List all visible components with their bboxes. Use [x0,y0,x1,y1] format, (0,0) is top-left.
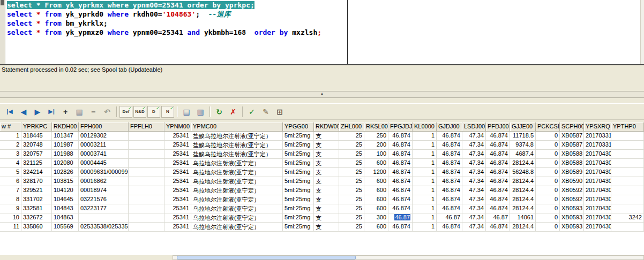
cell-YPSXRQ[interactable]: 20170430 [584,186,611,195]
cell-YPSXRQ[interactable]: 20170430 [584,159,611,168]
cell-GJJE00[interactable]: 11718.5 [510,132,536,141]
column-header-GJJE00[interactable]: GJJE00 [510,123,536,132]
revert-record-button[interactable]: ↶ [101,105,114,118]
cell-YPSXRQ[interactable]: 20170430 [584,223,611,232]
cell-ZHL000[interactable]: 25 [339,141,364,150]
editor-vertical-scrollbar[interactable] [640,0,644,64]
cell-YPRKPC[interactable]: 321125 [21,159,52,168]
column-header-rownum[interactable]: w # [0,123,21,132]
cell-RKDH00[interactable]: 104863 [52,213,79,223]
cell-FPGJDJ[interactable]: 46.874 [388,223,413,232]
cell-FPFLH0[interactable] [129,195,164,204]
cell-FPFLH0[interactable] [129,159,164,168]
cell-YPNM00[interactable]: 25341 [164,223,191,232]
cell-PCKCSL[interactable]: 0 [536,204,560,213]
cell-KL0000[interactable]: 1 [413,150,437,159]
cell-YPTHP0[interactable] [611,168,644,177]
cell-PFDJ00[interactable]: 46.874 [486,195,510,204]
cell-KL0000[interactable]: 1 [413,168,437,177]
cell-FPH000[interactable]: 00016862 [79,177,129,186]
cell-YPSXRQ[interactable]: 20170430 [584,168,611,177]
cell-rownum[interactable]: 11 [0,223,21,232]
column-header-FPH000[interactable]: FPH000 [79,123,129,132]
cell-RKDW00[interactable]: 支 [314,204,339,213]
cell-FPH000[interactable]: 00009631/00009914 [79,168,129,177]
cell-YPTHP0[interactable] [611,141,644,150]
cell-LSDJ00[interactable]: 47.34 [462,186,486,195]
cell-FPH000[interactable]: 00003741 [79,150,129,159]
cell-PCKCSL[interactable]: 0 [536,168,560,177]
cell-RKDH00[interactable]: 104843 [52,204,79,213]
cell-PFDJ00[interactable]: 46.874 [486,150,510,159]
cell-GJDJ00[interactable]: 46.874 [437,177,462,186]
cell-YPRKPC[interactable]: 329521 [21,186,52,195]
cell-FPGJDJ[interactable]: 46.874 [388,186,413,195]
cell-RKDW00[interactable]: 支 [314,186,339,195]
prior-record-button[interactable]: ◀ [17,105,30,118]
cell-YPNM00[interactable]: 25341 [164,204,191,213]
cell-KL0000[interactable]: 1 [413,132,437,141]
cell-YPSXRQ[interactable]: 20170331 [584,132,611,141]
sql-line[interactable]: select * from yk_yprkd0 where rkdh00='10… [7,10,321,19]
cell-YPNM00[interactable]: 25341 [164,168,191,177]
cell-YPRKPC[interactable]: 324214 [21,168,52,177]
first-record-button[interactable]: |◀ [3,105,16,118]
cell-FPFLH0[interactable] [129,141,164,150]
cell-YPGG00[interactable]: 5ml:25mg [283,177,314,186]
cell-FPGJDJ[interactable]: 46.874 [388,195,413,204]
populate-default-single-button[interactable]: D✓ [147,106,160,118]
cell-RKSL00[interactable]: 250 [364,132,388,141]
cell-YPNM00[interactable]: 25341 [164,195,191,204]
cell-KL0000[interactable]: 1 [413,177,437,186]
cell-SCPH00[interactable]: XB0590 [560,177,584,186]
cell-PCKCSL[interactable]: 0 [536,223,560,232]
cell-YPMC00[interactable]: 乌拉地尔注射液(亚宁定） [191,195,283,204]
cell-LSDJ00[interactable]: 47.34 [462,223,486,232]
cell-FPGJDJ[interactable]: 46.874 [388,132,413,141]
cell-rownum[interactable]: 9 [0,204,21,213]
cell-SCPH00[interactable]: XB0592 [560,195,584,204]
cell-PFDJ00[interactable]: 46.874 [486,177,510,186]
cell-YPRKPC[interactable]: 332672 [21,213,52,223]
cell-PCKCSL[interactable]: 0 [536,213,560,223]
cell-ZHL000[interactable]: 25 [339,132,364,141]
cell-YPMC00[interactable]: 乌拉地尔注射液(亚宁定） [191,213,283,223]
cell-YPMC00[interactable]: 乌拉地尔注射液(亚宁定） [191,204,283,213]
cell-GJDJ00[interactable]: 46.874 [437,141,462,150]
cell-RKDH00[interactable]: 101347 [52,132,79,141]
cancel-query-button[interactable]: ✗ [227,105,239,118]
cell-RKDW00[interactable]: 支 [314,150,339,159]
cell-RKDH00[interactable]: 103815 [52,177,79,186]
column-header-PCKCSL[interactable]: PCKCSL [536,123,560,132]
cell-GJJE00[interactable]: 28124.4 [510,177,536,186]
cell-RKDH00[interactable]: 105569 [52,223,79,232]
cell-LSDJ00[interactable]: 47.34 [462,132,486,141]
column-header-YPMC00[interactable]: YPMC00 [191,123,283,132]
duplicate-row-button[interactable]: ▦ [73,105,86,118]
cell-LSDJ00[interactable]: 47.34 [462,141,486,150]
cell-KL0000[interactable]: 1 [413,195,437,204]
cell-YPGG00[interactable]: 5ml:25mg [283,213,314,223]
cell-rownum[interactable]: 10 [0,213,21,223]
cell-FPFLH0[interactable] [129,223,164,232]
cell-YPMC00[interactable]: 乌拉地尔注射液(亚宁定） [191,223,283,232]
cell-YPGG00[interactable]: 5ml:25mg [283,195,314,204]
column-header-GJDJ00[interactable]: GJDJ00 [437,123,462,132]
cell-YPRKPC[interactable]: 318445 [21,132,52,141]
cell-FPH000[interactable] [79,213,129,223]
cell-PFDJ00[interactable]: 46.874 [486,132,510,141]
cell-FPFLH0[interactable] [129,186,164,195]
collapse-arrow-icon[interactable]: ▲ [320,91,324,97]
cell-FPFLH0[interactable] [129,204,164,213]
cell-SCPH00[interactable]: XB0593 [560,213,584,223]
column-header-RKDH00[interactable]: RKDH00 [52,123,79,132]
cell-YPTHP0[interactable] [611,150,644,159]
cell-GJJE00[interactable]: 28124.4 [510,186,536,195]
cell-FPFLH0[interactable] [129,177,164,186]
cell-PFDJ00[interactable]: 46.87 [486,213,510,223]
cell-GJJE00[interactable]: 28124.4 [510,159,536,168]
cell-PCKCSL[interactable]: 0 [536,132,560,141]
cell-YPGG00[interactable]: 5ml:25mg [283,223,314,232]
refresh-button[interactable]: ↻ [213,105,226,118]
cell-PFDJ00[interactable]: 46.874 [486,141,510,150]
